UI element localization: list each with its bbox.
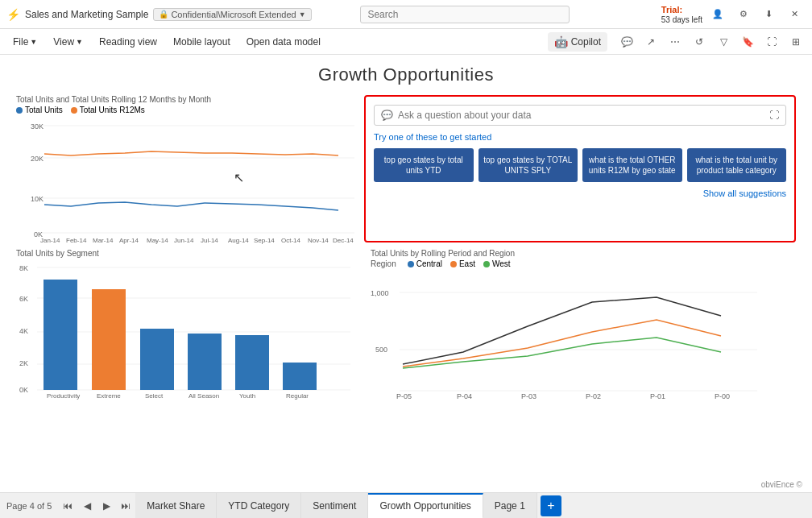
svg-rect-32: [92, 289, 126, 390]
tab-market-share[interactable]: Market Share: [135, 493, 217, 519]
svg-text:P-05: P-05: [396, 392, 412, 400]
qa-expand-icon[interactable]: ⛶: [769, 110, 779, 121]
tab-ytd-category[interactable]: YTD Category: [217, 493, 301, 519]
svg-rect-33: [140, 329, 174, 390]
more-icon[interactable]: ⋯: [665, 32, 685, 52]
page-of-total: Page 4 of 5: [6, 501, 52, 511]
svg-rect-31: [44, 280, 77, 390]
show-all-suggestions[interactable]: Show all suggestions: [374, 189, 786, 198]
trial-label: Trial:: [661, 5, 682, 15]
legend-east: East: [450, 259, 475, 268]
svg-text:Youth: Youth: [239, 392, 255, 400]
legend-dot-total-units: [16, 107, 23, 114]
comment-icon[interactable]: 💬: [617, 32, 636, 52]
confidential-badge: 🔒 Confidential\Microsoft Extended ▼: [153, 8, 311, 21]
menu-view[interactable]: View ▼: [47, 33, 89, 51]
menu-mobile-layout[interactable]: Mobile layout: [167, 33, 237, 51]
refresh-icon[interactable]: ↺: [690, 32, 709, 52]
svg-text:Jul-14: Jul-14: [201, 237, 218, 244]
svg-text:20K: 20K: [31, 155, 44, 163]
svg-text:1,000: 1,000: [371, 289, 389, 297]
grid-icon[interactable]: ⊞: [786, 32, 806, 52]
top-bar-left: ⚡ Sales and Marketing Sample 🔒 Confident…: [6, 8, 312, 21]
svg-text:Aug-14: Aug-14: [228, 237, 249, 244]
account-icon[interactable]: 👤: [707, 4, 728, 25]
qa-suggestion-1[interactable]: top geo states by total units YTD: [374, 148, 474, 182]
legend-central: Central: [408, 259, 442, 268]
menu-open-data-model[interactable]: Open data model: [240, 33, 327, 51]
tab-page-1[interactable]: Page 1: [483, 493, 537, 519]
menu-reading-view[interactable]: Reading view: [93, 33, 164, 51]
qa-suggestion-2[interactable]: top geo states by TOTAL UNITS SPLY: [478, 148, 578, 182]
chart-rolling-period: Total Units by Rolling Period and Region…: [364, 246, 802, 406]
nav-first[interactable]: ⏮: [58, 496, 77, 516]
settings-icon[interactable]: ⚙: [733, 4, 754, 25]
svg-text:Extreme: Extreme: [97, 392, 121, 400]
svg-text:Sep-14: Sep-14: [254, 237, 275, 244]
nav-next[interactable]: ▶: [97, 496, 116, 516]
chart-top-left-area: 30K 20K 10K 0K Jan-14 Feb-14 M: [16, 118, 358, 242]
copilot-icon: 🤖: [554, 35, 568, 48]
chart-total-units-segment: Total Units by Segment 8K 6K 4K 2K 0K: [10, 246, 364, 406]
app-title: Sales and Marketing Sample: [25, 9, 148, 20]
svg-text:All Season: All Season: [188, 392, 219, 400]
fullscreen-icon[interactable]: ⛶: [762, 32, 781, 52]
search-input[interactable]: [360, 6, 570, 23]
bookmark-icon[interactable]: 🔖: [738, 32, 757, 52]
svg-rect-34: [188, 334, 222, 390]
qa-input[interactable]: [398, 110, 764, 121]
chart-bottom-left-area: 8K 6K 4K 2K 0K: [16, 259, 358, 403]
svg-rect-36: [283, 363, 317, 390]
svg-text:Regular: Regular: [286, 392, 309, 400]
close-icon[interactable]: ✕: [785, 4, 806, 25]
lock-icon: 🔒: [159, 10, 168, 19]
svg-text:Jun-14: Jun-14: [174, 237, 194, 244]
qa-input-row[interactable]: 💬 ⛶: [374, 105, 786, 126]
obvience-label: obviEnce ©: [761, 480, 802, 489]
tab-sentiment[interactable]: Sentiment: [301, 493, 368, 519]
region-label: Region: [371, 259, 396, 268]
legend-r12ms: Total Units R12Ms: [71, 106, 145, 114]
qa-suggestion-4[interactable]: what is the total unit by product table …: [687, 148, 787, 182]
menu-right-icons: 💬 ↗ ⋯ ↺ ▽ 🔖 ⛶ ⊞: [617, 32, 806, 52]
legend-dot-central: [408, 261, 414, 267]
qa-suggestions: top geo states by total units YTD top ge…: [374, 148, 786, 182]
svg-text:Oct-14: Oct-14: [281, 237, 301, 244]
svg-text:P-01: P-01: [650, 392, 665, 400]
copilot-button[interactable]: 🤖 Copilot: [548, 32, 607, 52]
svg-rect-35: [235, 335, 269, 390]
svg-text:P-04: P-04: [457, 392, 472, 400]
trial-days: 53 days left: [661, 15, 702, 24]
legend-west: West: [483, 259, 511, 268]
top-bar: ⚡ Sales and Marketing Sample 🔒 Confident…: [0, 0, 812, 29]
tab-add-button[interactable]: +: [541, 495, 561, 516]
chevron-down-icon[interactable]: ▼: [299, 10, 306, 19]
share-icon[interactable]: ↗: [641, 32, 661, 52]
chart-bottom-right-area: 1,000 500 P-05 P-04 P-03 P-02: [371, 271, 796, 401]
svg-text:P-02: P-02: [586, 392, 601, 400]
svg-text:P-00: P-00: [715, 392, 730, 400]
power-bi-icon: ⚡: [6, 8, 20, 21]
bottom-bar: Page 4 of 5 ⏮ ◀ ▶ ⏭ Market Share YTD Cat…: [0, 492, 812, 518]
nav-last[interactable]: ⏭: [116, 496, 135, 516]
main-content: Growth Opportunities Total Units and Tot…: [0, 55, 812, 492]
chart-bottom-right-legend: Region Central East West: [371, 259, 796, 268]
charts-grid: Total Units and Total Units Rolling 12 M…: [0, 92, 812, 406]
filter-icon[interactable]: ▽: [714, 32, 733, 52]
nav-prev[interactable]: ◀: [77, 496, 97, 516]
chart-top-left-title: Total Units and Total Units Rolling 12 M…: [16, 95, 358, 104]
trial-info: Trial: 53 days left: [661, 5, 702, 24]
qa-suggestion-3[interactable]: what is the total OTHER units R12M by ge…: [582, 148, 682, 182]
svg-text:500: 500: [375, 346, 387, 354]
svg-text:30K: 30K: [31, 122, 44, 131]
menu-file[interactable]: File ▼: [6, 33, 44, 51]
top-bar-right: Trial: 53 days left 👤 ⚙ ⬇ ✕: [661, 4, 806, 25]
download-icon[interactable]: ⬇: [759, 4, 780, 25]
qa-prompt: Try one of these to get started: [374, 132, 786, 142]
svg-text:Dec-14: Dec-14: [333, 237, 354, 244]
chart-total-units: Total Units and Total Units Rolling 12 M…: [10, 92, 364, 246]
tab-growth-opportunities[interactable]: Growth Opportunities: [368, 493, 483, 519]
svg-text:6K: 6K: [19, 295, 28, 303]
menu-bar: File ▼ View ▼ Reading view Mobile layout…: [0, 29, 812, 55]
search-bar[interactable]: [360, 6, 570, 23]
